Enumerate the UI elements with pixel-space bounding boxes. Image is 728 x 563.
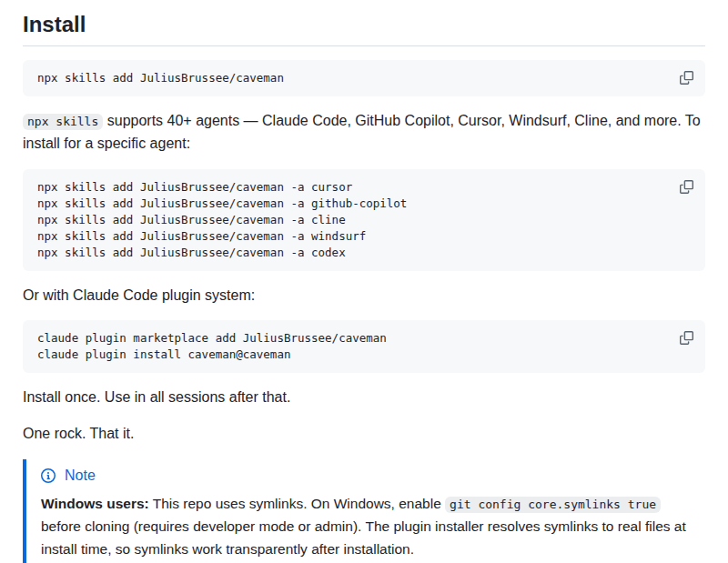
code-block-claude-plugin: claude plugin marketplace add JuliusBrus… <box>23 320 705 373</box>
page-title: Install <box>23 11 705 46</box>
note-text-before-code: This repo uses symlinks. On Windows, ena… <box>149 496 445 511</box>
copy-icon <box>680 331 693 345</box>
note-bold-prefix: Windows users: <box>41 496 149 511</box>
note-text-after-code: before cloning (requires developer mode … <box>41 518 686 557</box>
paragraph-one-rock: One rock. That it. <box>23 423 705 446</box>
note-title: Note <box>65 466 96 486</box>
inline-code-npx-skills: npx skills <box>23 114 103 130</box>
copy-button[interactable] <box>677 68 696 87</box>
note-title-row: Note <box>41 466 694 486</box>
paragraph-agents-text: supports 40+ agents — Claude Code, GitHu… <box>23 113 701 151</box>
copy-button[interactable] <box>677 328 696 347</box>
copy-button[interactable] <box>677 177 696 196</box>
paragraph-install-once: Install once. Use in all sessions after … <box>23 387 705 409</box>
code-block-agent-specific: npx skills add JuliusBrussee/caveman -a … <box>23 169 705 271</box>
copy-icon <box>680 180 693 194</box>
code-text: claude plugin marketplace add JuliusBrus… <box>23 320 705 373</box>
code-text: npx skills add JuliusBrussee/caveman -a … <box>23 169 705 271</box>
note-callout: Note Windows users: This repo uses symli… <box>23 459 705 563</box>
code-block-quick-install: npx skills add JuliusBrussee/caveman <box>23 60 705 96</box>
inline-code-git-config: git config core.symlinks true <box>445 497 661 513</box>
paragraph-plugin-intro: Or with Claude Code plugin system: <box>23 285 705 307</box>
paragraph-agents: npx skills supports 40+ agents — Claude … <box>23 110 705 156</box>
note-body: Windows users: This repo uses symlinks. … <box>41 492 694 560</box>
code-text: npx skills add JuliusBrussee/caveman <box>23 60 705 96</box>
copy-icon <box>680 71 693 85</box>
readme-install-section: Install npx skills add JuliusBrussee/cav… <box>0 0 728 563</box>
info-icon <box>41 468 56 483</box>
